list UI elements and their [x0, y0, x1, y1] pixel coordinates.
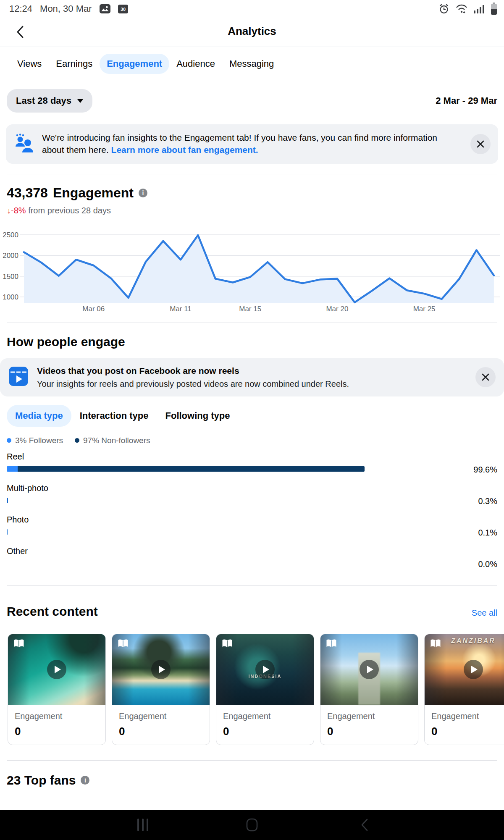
y-axis-tick-label: 2500: [3, 231, 18, 239]
card-metric-label: Engagement: [431, 711, 504, 721]
bar-segment: [18, 466, 365, 472]
recent-apps-icon: [137, 818, 148, 832]
reels-banner-texts: Videos that you post on Facebook are now…: [37, 366, 464, 389]
card-metric-label: Engagement: [327, 711, 411, 721]
media-row-label: Multi-photo: [7, 483, 497, 493]
legend-followers: 3% Followers: [7, 436, 63, 445]
content-card[interactable]: ZANZIBAR Engagement 0: [424, 634, 504, 745]
play-icon: [367, 666, 373, 673]
card-info: Engagement 0: [216, 705, 314, 745]
card-metric-value: 0: [15, 725, 99, 738]
followers-legend: 3% Followers 97% Non-followers: [7, 436, 497, 445]
close-icon: [481, 373, 490, 381]
x-axis-tick-label: Mar 20: [326, 305, 348, 313]
play-button[interactable]: [255, 660, 275, 679]
photo-notification-icon: [100, 4, 110, 14]
fan-engagement-link[interactable]: Learn more about fan engagement.: [111, 145, 258, 155]
engagement-summary: 43,378 Engagement ↓-8% from previous 28 …: [7, 185, 497, 215]
media-row-reel: Reel 99.6%: [7, 452, 497, 477]
content-thumbnail[interactable]: [112, 634, 210, 705]
reels-icon: [8, 366, 29, 388]
play-icon: [471, 666, 478, 673]
media-row-label: Reel: [7, 452, 497, 462]
calendar-icon: 30: [118, 4, 128, 14]
media-row-value: 0.1%: [478, 528, 497, 538]
media-type-breakdown: Reel 99.6% Multi-photo 0.3% Photo 0.1% O…: [7, 452, 497, 571]
content-card[interactable]: Engagement 0: [112, 634, 210, 745]
media-row-value: 99.6%: [473, 465, 497, 475]
wifi-icon: [455, 3, 468, 14]
engagement-line-chart: 1000150020002500Mar 06Mar 11Mar 15Mar 20…: [0, 228, 504, 316]
y-axis-tick-label: 1000: [3, 293, 18, 301]
back-button[interactable]: [12, 24, 29, 40]
battery-icon: [491, 3, 497, 15]
fan-banner-text: We're introducing fan insights to the En…: [42, 132, 459, 156]
alarm-icon: [438, 3, 449, 14]
card-info: Engagement 0: [425, 705, 504, 745]
card-info: Engagement 0: [8, 705, 105, 745]
bar-segment: [7, 498, 8, 503]
card-info: Engagement 0: [112, 705, 210, 745]
media-row-bar: [7, 529, 8, 535]
close-icon: [476, 140, 485, 148]
tab-views[interactable]: Views: [10, 54, 49, 74]
date-period-label: Last 28 days: [16, 95, 71, 106]
android-back-icon: [361, 819, 368, 831]
info-icon[interactable]: [81, 776, 89, 785]
card-metric-value: 0: [431, 725, 504, 738]
recent-apps-button[interactable]: [128, 810, 158, 840]
subtab-interaction-type[interactable]: Interaction type: [71, 405, 157, 427]
bar-segment: [7, 529, 8, 535]
play-button[interactable]: [47, 660, 66, 679]
play-button[interactable]: [464, 660, 483, 679]
date-period-dropdown[interactable]: Last 28 days: [7, 89, 92, 113]
reels-banner-close-button[interactable]: [475, 367, 496, 387]
page-title: Analytics: [0, 15, 504, 47]
content-card[interactable]: Engagement 0: [320, 634, 418, 745]
content-thumbnail[interactable]: [320, 634, 418, 705]
svg-text:30: 30: [120, 7, 125, 12]
tab-messaging[interactable]: Messaging: [222, 54, 281, 74]
subtab-following-type[interactable]: Following type: [157, 405, 239, 427]
y-axis-tick-label: 1500: [3, 273, 18, 281]
recent-content-header: Recent content See all: [7, 604, 497, 619]
media-row-label: Other: [7, 546, 497, 556]
android-back-button[interactable]: [349, 810, 380, 840]
tab-audience[interactable]: Audience: [169, 54, 222, 74]
bar-segment: [7, 466, 18, 472]
media-row-bar: [7, 498, 8, 503]
content-card[interactable]: Engagement 0: [8, 634, 106, 745]
x-axis-tick-label: Mar 11: [170, 305, 192, 313]
home-button[interactable]: [237, 810, 267, 840]
content-thumbnail[interactable]: INDONESIA: [216, 634, 314, 705]
analytics-tab-bar: Views Earnings Engagement Audience Messa…: [0, 47, 504, 78]
followers-dot-icon: [7, 438, 11, 443]
media-row-photo: Photo 0.1%: [7, 515, 497, 540]
status-time: 12:24: [9, 3, 32, 14]
how-people-engage-title: How people engage: [7, 335, 497, 349]
content-thumbnail[interactable]: ZANZIBAR: [425, 634, 504, 705]
divider: [7, 174, 497, 174]
fan-banner-close-button[interactable]: [470, 134, 491, 154]
tab-earnings[interactable]: Earnings: [49, 54, 100, 74]
play-icon: [55, 666, 61, 673]
see-all-link[interactable]: See all: [472, 608, 497, 618]
media-row-other: Other 0.0%: [7, 546, 497, 571]
filter-row: Last 28 days 2 Mar - 29 Mar: [7, 89, 497, 113]
play-button[interactable]: [151, 660, 171, 679]
content-thumbnail[interactable]: [8, 634, 105, 705]
card-metric-value: 0: [119, 725, 203, 738]
engagement-change-context: from previous 28 days: [26, 206, 111, 215]
tab-engagement[interactable]: Engagement: [100, 54, 169, 74]
play-button[interactable]: [360, 660, 379, 679]
top-fans-title: 23 Top fans: [7, 773, 76, 788]
card-metric-label: Engagement: [119, 711, 203, 721]
info-icon[interactable]: [139, 189, 147, 197]
non-followers-dot-icon: [75, 438, 79, 443]
x-axis-tick-label: Mar 25: [413, 305, 436, 313]
engagement-change-line: ↓-8% from previous 28 days: [7, 206, 497, 215]
reels-banner-title: Videos that you post on Facebook are now…: [37, 366, 464, 376]
subtab-media-type[interactable]: Media type: [7, 405, 71, 427]
media-row-bar: [7, 466, 365, 472]
content-card[interactable]: INDONESIA Engagement 0: [216, 634, 314, 745]
